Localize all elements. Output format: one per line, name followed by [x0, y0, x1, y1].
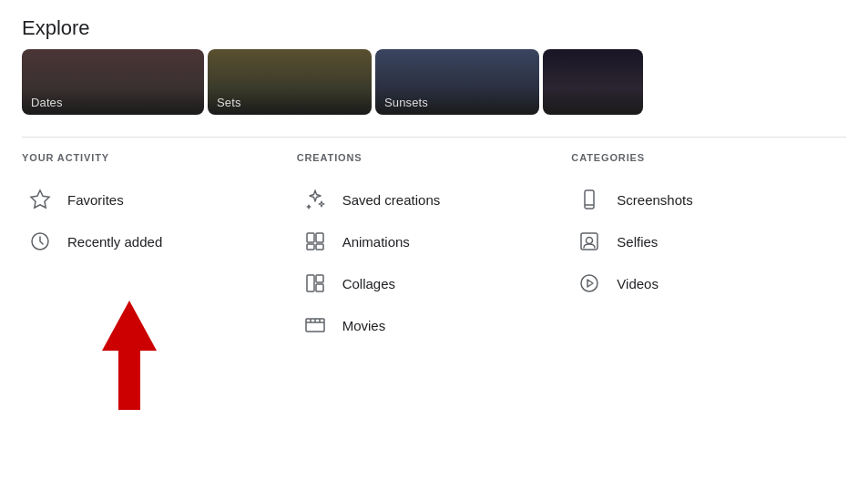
movies-label: Movies — [342, 318, 386, 333]
menu-item-recently-added[interactable]: Recently added — [22, 221, 297, 261]
movies-icon — [304, 314, 326, 336]
photo-card-dates[interactable]: Dates — [22, 49, 204, 115]
saved-creations-label: Saved creations — [342, 192, 441, 208]
svg-point-16 — [587, 238, 593, 244]
card-label-sunsets: Sunsets — [384, 96, 428, 109]
creations-title: CREATIONS — [297, 152, 572, 163]
svg-point-17 — [581, 275, 597, 291]
selfies-label: Selfies — [617, 234, 658, 250]
videos-label: Videos — [617, 276, 659, 291]
play-icon — [578, 272, 600, 294]
menu-item-collages[interactable]: Collages — [297, 263, 572, 303]
svg-rect-2 — [316, 233, 323, 242]
selfie-icon — [578, 230, 600, 252]
screenshots-label: Screenshots — [617, 192, 692, 208]
card-label-dates: Dates — [31, 96, 63, 109]
photo-card-sunsets[interactable]: Sunsets — [375, 49, 539, 115]
menu-item-videos[interactable]: Videos — [571, 263, 846, 303]
collages-label: Collages — [342, 276, 395, 291]
section-your-activity: YOUR ACTIVITY Favorites Recently added — [22, 152, 297, 347]
categories-title: CATEGORIES — [571, 152, 846, 163]
star-icon — [29, 189, 51, 210]
card-label-sets: Sets — [217, 96, 241, 109]
section-divider — [22, 137, 846, 138]
photo-card-sets[interactable]: Sets — [208, 49, 372, 115]
phone-icon — [578, 189, 600, 210]
animations-label: Animations — [342, 234, 410, 250]
animations-icon — [304, 230, 326, 252]
menu-item-favorites[interactable]: Favorites — [22, 179, 297, 220]
page-title: Explore — [0, 0, 868, 49]
your-activity-title: YOUR ACTIVITY — [22, 152, 297, 163]
clock-icon — [29, 230, 51, 252]
menu-item-screenshots[interactable]: Screenshots — [571, 179, 846, 220]
menu-item-saved-creations[interactable]: Saved creations — [297, 179, 572, 220]
menu-item-movies[interactable]: Movies — [297, 305, 572, 345]
svg-rect-5 — [307, 275, 314, 291]
recently-added-label: Recently added — [67, 234, 162, 250]
photo-card-extra[interactable] — [543, 49, 643, 115]
svg-rect-4 — [316, 244, 323, 250]
svg-rect-6 — [316, 275, 323, 282]
svg-marker-18 — [587, 280, 593, 287]
photo-strip: Dates Sets Sunsets — [0, 49, 868, 122]
menu-item-animations[interactable]: Animations — [297, 221, 572, 261]
explore-sections: YOUR ACTIVITY Favorites Recently added C… — [0, 152, 868, 347]
svg-rect-3 — [307, 244, 314, 250]
section-creations: CREATIONS Saved creations Anim — [297, 152, 572, 347]
svg-rect-1 — [307, 233, 314, 242]
collages-icon — [304, 272, 326, 294]
svg-rect-13 — [585, 190, 594, 209]
sparkle-icon — [304, 189, 326, 210]
svg-rect-7 — [316, 284, 323, 291]
section-categories: CATEGORIES Screenshots Selfies — [571, 152, 846, 347]
favorites-label: Favorites — [67, 192, 124, 208]
menu-item-selfies[interactable]: Selfies — [571, 221, 846, 261]
